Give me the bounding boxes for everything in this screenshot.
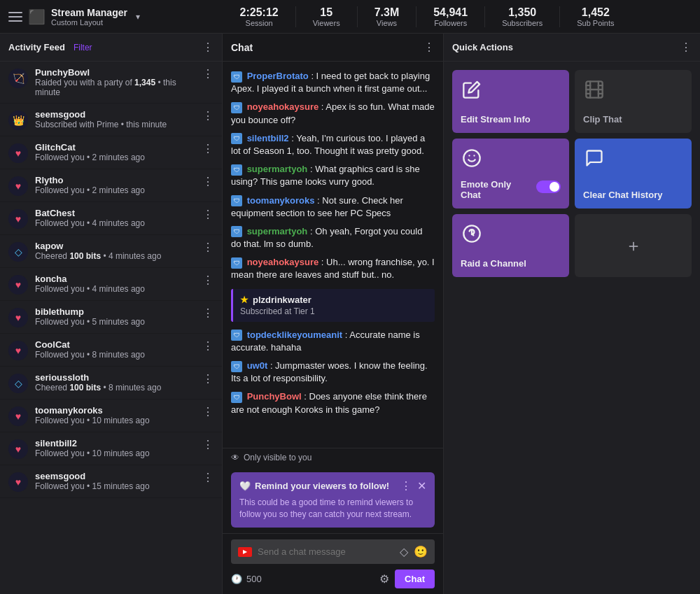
list-item[interactable]: ♥ biblethump Followed you • 5 minutes ag… xyxy=(0,301,222,334)
list-item[interactable]: ♥ BatChest Followed you • 4 minutes ago … xyxy=(0,202,222,235)
item-menu-icon[interactable]: ⋮ xyxy=(202,405,214,418)
chat-username[interactable]: silentbill2 xyxy=(247,133,289,143)
item-menu-icon[interactable]: ⋮ xyxy=(202,471,214,484)
views-value: 7.3M xyxy=(374,6,400,19)
add-icon: ＋ xyxy=(625,234,642,257)
chat-message: 🛡 noyeahokaysure : Apex is so fun. What … xyxy=(223,98,443,129)
item-menu-icon[interactable]: ⋮ xyxy=(202,109,214,122)
list-item[interactable]: ♥ seemsgood Followed you • 15 minutes ag… xyxy=(0,465,222,498)
chat-message: 🛡 ProperBrotato : I need to get back to … xyxy=(223,67,443,98)
chat-username[interactable]: ProperBrotato xyxy=(247,71,309,81)
reminder-close-button[interactable]: ✕ xyxy=(417,479,426,493)
clear-chat-label: Clear Chat History xyxy=(583,190,662,200)
item-menu-icon[interactable]: ⋮ xyxy=(202,142,214,155)
item-menu-icon[interactable]: ⋮ xyxy=(202,306,214,320)
filter-button[interactable]: Filter xyxy=(74,43,92,52)
activity-content: biblethump Followed you • 5 minutes ago xyxy=(35,306,198,327)
activity-content: Rlytho Followed you • 2 minutes ago xyxy=(35,175,198,195)
chat-username[interactable]: topdecklikeyoumeanit xyxy=(247,330,343,340)
follow-icon: ♥ xyxy=(8,472,28,492)
list-item[interactable]: ◇ serioussloth Cheered 100 bits • 8 minu… xyxy=(0,367,222,399)
user-badge: 🛡 xyxy=(231,164,242,176)
hamburger-menu[interactable] xyxy=(8,10,22,24)
activity-desc: Cheered 100 bits • 4 minutes ago xyxy=(35,251,198,261)
item-menu-icon[interactable]: ⋮ xyxy=(202,372,214,386)
item-menu-icon[interactable]: ⋮ xyxy=(202,208,214,221)
clip-that-card[interactable]: Clip That xyxy=(575,70,692,133)
clip-that-label: Clip That xyxy=(583,114,622,125)
star-icon: ★ xyxy=(240,295,248,305)
sub-event-username: plzdrinkwater xyxy=(253,295,312,305)
emote-toggle[interactable]: Emote Only Chat xyxy=(461,174,561,200)
chat-message: 🛡 supermartyoh : Oh yeah, Forgot you cou… xyxy=(223,222,443,253)
chat-menu-button[interactable]: ⋮ xyxy=(424,41,435,54)
user-badge: 🛡 xyxy=(231,226,242,237)
chat-username[interactable]: supermartyoh xyxy=(247,164,308,174)
topbar: ⬛ Stream Manager Custom Layout ▾ 2:25:12… xyxy=(0,0,700,34)
viewers-value: 15 xyxy=(320,6,332,19)
list-item[interactable]: ♥ silentbill2 Followed you • 10 minutes … xyxy=(0,432,222,465)
list-item[interactable]: ♥ CoolCat Followed you • 8 minutes ago ⋮ xyxy=(0,334,222,367)
item-menu-icon[interactable]: ⋮ xyxy=(202,67,214,80)
chat-input[interactable] xyxy=(258,546,394,557)
chat-title: Chat xyxy=(231,42,253,53)
item-menu-icon[interactable]: ⋮ xyxy=(202,175,214,188)
emote-toggle-switch[interactable] xyxy=(536,181,561,193)
stat-followers: 54,941 Followers xyxy=(416,6,485,27)
chat-cheer-button[interactable]: ◇ xyxy=(400,545,408,558)
item-menu-icon[interactable]: ⋮ xyxy=(202,274,214,287)
activity-content: kapow Cheered 100 bits • 4 minutes ago xyxy=(35,241,198,261)
edit-stream-info-card[interactable]: Edit Stream Info xyxy=(452,70,569,133)
activity-username: seemsgood xyxy=(35,471,198,481)
clip-icon xyxy=(583,78,606,101)
follow-icon: ♥ xyxy=(8,406,28,426)
follow-icon: ♥ xyxy=(8,143,28,163)
activity-desc: Followed you • 8 minutes ago xyxy=(35,350,198,360)
sub-event-name: ★ plzdrinkwater xyxy=(240,295,428,305)
chat-message: 🛡 topdecklikeyoumeanit : Accurate name i… xyxy=(223,326,443,357)
item-menu-icon[interactable]: ⋮ xyxy=(202,241,214,254)
user-badge: 🛡 xyxy=(231,257,242,269)
clear-chat-card[interactable]: Clear Chat History xyxy=(575,139,692,208)
chat-username[interactable]: uw0t xyxy=(247,360,268,371)
list-item[interactable]: ♥ Rlytho Followed you • 2 minutes ago ⋮ xyxy=(0,169,222,202)
list-item[interactable]: 👑 seemsgood Subscribed with Prime • this… xyxy=(0,104,222,136)
activity-content: BatChest Followed you • 4 minutes ago xyxy=(35,208,198,228)
list-item[interactable]: ♥ toomanykoroks Followed you • 10 minute… xyxy=(0,399,222,432)
chat-input-area: ◇ 🙂 🕐 500 ⚙ Chat xyxy=(223,533,443,594)
list-item[interactable]: ♥ koncha Followed you • 4 minutes ago ⋮ xyxy=(0,268,222,301)
chat-settings-button[interactable]: ⚙ xyxy=(379,572,389,586)
subscribers-value: 1,350 xyxy=(508,6,536,19)
activity-username: serioussloth xyxy=(35,372,198,383)
list-item[interactable]: ◇ kapow Cheered 100 bits • 4 minutes ago… xyxy=(0,235,222,268)
chevron-down-icon[interactable]: ▾ xyxy=(136,12,140,22)
sub-icon: 👑 xyxy=(8,111,28,130)
chat-username[interactable]: supermartyoh xyxy=(247,226,308,236)
list-item[interactable]: ♥ GlitchCat Followed you • 2 minutes ago… xyxy=(0,136,222,169)
viewers-label: Viewers xyxy=(313,19,340,27)
reminder-menu-button[interactable]: ⋮ xyxy=(400,479,412,493)
chat-username[interactable]: toomanykoroks xyxy=(247,195,315,206)
list-item[interactable]: 🏹 PunchyBowl Raided you with a party of … xyxy=(0,62,222,104)
follow-icon: ♥ xyxy=(8,341,28,360)
raid-channel-label: Raid a Channel xyxy=(461,258,526,269)
chat-username[interactable]: PunchyBowl xyxy=(247,391,302,402)
views-label: Views xyxy=(377,19,397,27)
add-action-card[interactable]: ＋ xyxy=(575,214,692,277)
activity-content: PunchyBowl Raided you with a party of 1,… xyxy=(35,67,198,97)
stat-timer: 2:25:12 Session xyxy=(223,6,296,27)
quick-actions-menu-button[interactable]: ⋮ xyxy=(680,41,692,54)
chat-send-button[interactable]: Chat xyxy=(395,570,435,588)
activity-menu-button[interactable]: ⋮ xyxy=(202,41,214,54)
item-menu-icon[interactable]: ⋮ xyxy=(202,339,214,353)
activity-content: silentbill2 Followed you • 10 minutes ag… xyxy=(35,438,198,458)
twitch-icon: ⬛ xyxy=(28,8,46,25)
emote-only-card[interactable]: Emote Only Chat xyxy=(452,139,569,208)
app-subtitle: Custom Layout xyxy=(51,18,127,27)
chat-emoji-button[interactable]: 🙂 xyxy=(414,545,428,558)
item-menu-icon[interactable]: ⋮ xyxy=(202,438,214,451)
chat-username[interactable]: noyeahokaysure xyxy=(247,257,319,267)
raid-channel-card[interactable]: Raid a Channel xyxy=(452,214,569,277)
chat-username[interactable]: noyeahokaysure xyxy=(247,101,319,112)
activity-username: koncha xyxy=(35,274,198,284)
